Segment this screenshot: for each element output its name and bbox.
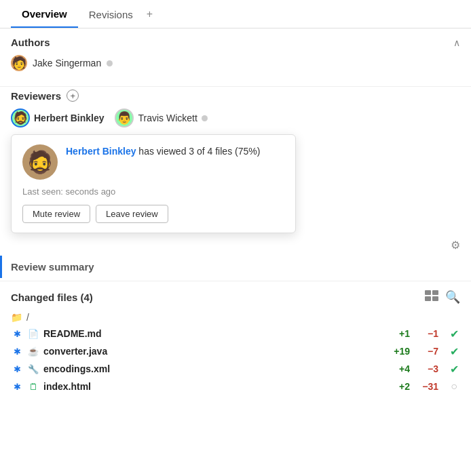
divider-2 bbox=[0, 281, 471, 281]
divider-1 bbox=[0, 86, 471, 87]
tab-overview[interactable]: Overview bbox=[11, 0, 78, 28]
author-status-dot bbox=[107, 60, 113, 66]
file-icon-encodings: 🔧 bbox=[27, 363, 39, 375]
file-star-converter: ✱ bbox=[14, 346, 23, 357]
file-star-readme: ✱ bbox=[14, 329, 23, 339]
tooltip-header: 🧔 Herbert Binkley has viewed 3 of 4 file… bbox=[22, 144, 284, 180]
authors-collapse-icon[interactable]: ∧ bbox=[453, 37, 460, 48]
tooltip-popup: 🧔 Herbert Binkley has viewed 3 of 4 file… bbox=[11, 134, 296, 233]
file-add-encodings: +4 bbox=[391, 363, 410, 374]
file-stats-index: +2 −31 ○ bbox=[391, 380, 460, 393]
folder-icon: 📁 bbox=[11, 312, 22, 323]
svg-rect-2 bbox=[425, 296, 431, 301]
file-name-readme: README.md bbox=[43, 328, 102, 339]
file-add-index: +2 bbox=[391, 381, 410, 392]
reviewers-title: Reviewers bbox=[11, 90, 61, 102]
review-summary-text: Review summary bbox=[11, 261, 94, 273]
file-status-encodings: ✔ bbox=[448, 363, 460, 375]
file-tree: ✱ 📄 README.md +1 −1 ✔ ✱ ☕ converter.java… bbox=[11, 325, 460, 395]
reviewer-avatar-herbert: 🧔 bbox=[11, 108, 30, 127]
file-add-readme: +1 bbox=[391, 328, 410, 339]
file-row-index[interactable]: ✱ 🗒 index.html +2 −31 ○ bbox=[14, 378, 460, 395]
tooltip-last-seen: Last seen: seconds ago bbox=[22, 186, 284, 197]
reviewer-status-travis bbox=[202, 115, 208, 121]
file-name-encodings: encodings.xml bbox=[43, 363, 110, 374]
folder-row: 📁 / bbox=[11, 310, 460, 325]
tooltip-reviewer-link[interactable]: Herbert Binkley bbox=[66, 146, 136, 157]
file-status-index: ○ bbox=[448, 380, 460, 393]
tooltip-info: Herbert Binkley has viewed 3 of 4 files … bbox=[66, 144, 260, 159]
file-row-encodings[interactable]: ✱ 🔧 encodings.xml +4 −3 ✔ bbox=[14, 360, 460, 378]
tooltip-files-viewed: 3 of 4 bbox=[189, 146, 212, 157]
reviewer-list: 🧔 Herbert Binkley 👨 Travis Wickett bbox=[11, 108, 460, 127]
authors-section: Authors ∧ 🧑 Jake Singerman bbox=[0, 28, 471, 83]
reviewer-item-herbert[interactable]: 🧔 Herbert Binkley bbox=[11, 108, 104, 127]
file-name-converter: converter.java bbox=[43, 346, 107, 357]
file-stats-readme: +1 −1 ✔ bbox=[391, 328, 460, 340]
file-status-converter: ✔ bbox=[448, 345, 460, 357]
header-icons: 🔍 bbox=[425, 290, 460, 304]
folder-name: / bbox=[26, 312, 29, 323]
add-revision-icon[interactable]: + bbox=[144, 8, 155, 20]
file-indent-encodings: ✱ 🔧 encodings.xml bbox=[14, 363, 391, 375]
file-del-encodings: −3 bbox=[419, 363, 438, 374]
tooltip-actions: Mute review Leave review bbox=[22, 205, 284, 223]
tooltip-msg-post: files (75%) bbox=[212, 146, 260, 157]
changed-files-title: Changed files (4) bbox=[11, 292, 93, 303]
author-name: Jake Singerman bbox=[33, 58, 101, 68]
file-del-readme: −1 bbox=[419, 328, 438, 339]
file-indent-index: ✱ 🗒 index.html bbox=[14, 380, 391, 393]
author-row: 🧑 Jake Singerman bbox=[11, 55, 460, 71]
reviewer-name-travis: Travis Wickett bbox=[138, 113, 197, 123]
author-avatar: 🧑 bbox=[11, 55, 27, 71]
svg-rect-1 bbox=[432, 290, 438, 295]
reviewers-header: Reviewers + bbox=[11, 90, 460, 102]
view-mode-icon[interactable] bbox=[425, 290, 438, 304]
file-add-converter: +19 bbox=[391, 346, 410, 357]
file-name-index: index.html bbox=[43, 381, 91, 392]
changed-files-section: Changed files (4) 🔍 📁 / ✱ 📄 README.md bbox=[0, 284, 471, 401]
reviewer-name-herbert: Herbert Binkley bbox=[34, 113, 104, 123]
file-icon-converter: ☕ bbox=[27, 345, 39, 357]
svg-rect-3 bbox=[432, 296, 438, 301]
file-indent-converter: ✱ ☕ converter.java bbox=[14, 345, 391, 357]
authors-header: Authors ∧ bbox=[11, 37, 460, 48]
gear-icon[interactable]: ⚙ bbox=[451, 239, 460, 252]
file-stats-converter: +19 −7 ✔ bbox=[391, 345, 460, 357]
tabs-bar: Overview Revisions + bbox=[0, 0, 471, 28]
add-reviewer-button[interactable]: + bbox=[67, 90, 79, 102]
file-star-index: ✱ bbox=[14, 382, 23, 392]
file-del-index: −31 bbox=[419, 381, 438, 392]
file-stats-encodings: +4 −3 ✔ bbox=[391, 363, 460, 375]
file-icon-readme: 📄 bbox=[27, 328, 39, 340]
leave-review-button[interactable]: Leave review bbox=[96, 205, 168, 223]
file-status-readme: ✔ bbox=[448, 328, 460, 340]
file-row-readme[interactable]: ✱ 📄 README.md +1 −1 ✔ bbox=[14, 325, 460, 342]
gear-row: ⚙ bbox=[0, 237, 471, 253]
reviewer-item-travis[interactable]: 👨 Travis Wickett bbox=[115, 108, 207, 127]
review-summary-bar: Review summary bbox=[0, 256, 471, 278]
tab-overview-label: Overview bbox=[22, 8, 67, 20]
svg-rect-0 bbox=[425, 290, 431, 295]
reviewers-section: Reviewers + 🧔 Herbert Binkley 👨 Travis W… bbox=[0, 90, 471, 134]
file-star-encodings: ✱ bbox=[14, 364, 23, 374]
tooltip-avatar: 🧔 bbox=[22, 144, 58, 180]
tab-revisions-label: Revisions bbox=[89, 9, 133, 20]
search-icon[interactable]: 🔍 bbox=[445, 290, 460, 304]
reviewer-avatar-travis: 👨 bbox=[115, 108, 134, 127]
file-icon-index: 🗒 bbox=[27, 380, 39, 393]
tooltip-msg-pre: has viewed bbox=[136, 146, 189, 157]
file-indent-readme: ✱ 📄 README.md bbox=[14, 328, 391, 340]
authors-title: Authors bbox=[11, 37, 50, 48]
file-del-converter: −7 bbox=[419, 346, 438, 357]
file-row-converter[interactable]: ✱ ☕ converter.java +19 −7 ✔ bbox=[14, 342, 460, 360]
changed-files-header: Changed files (4) 🔍 bbox=[11, 290, 460, 304]
tab-revisions[interactable]: Revisions bbox=[78, 1, 144, 27]
mute-review-button[interactable]: Mute review bbox=[22, 205, 90, 223]
tooltip-container: 🧔 Herbert Binkley has viewed 3 of 4 file… bbox=[0, 134, 471, 233]
